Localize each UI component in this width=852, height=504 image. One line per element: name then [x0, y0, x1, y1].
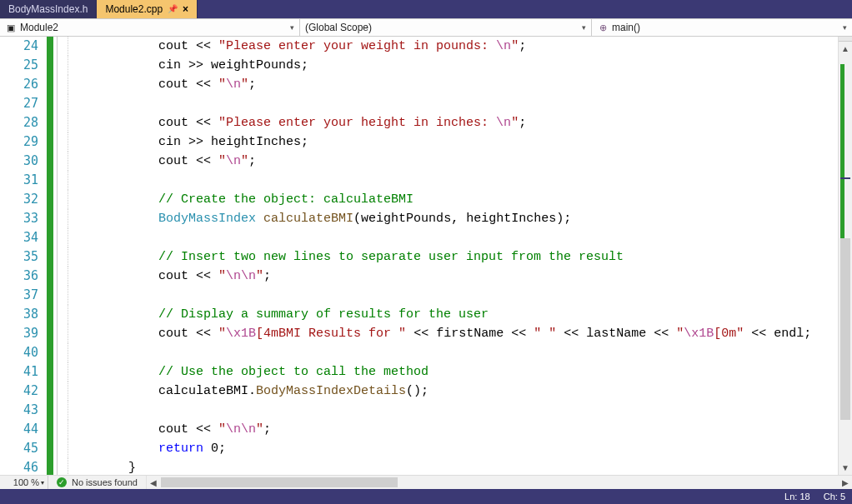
code-line[interactable]: 29 cin >> heightInches; [0, 132, 838, 152]
code-line[interactable]: 40 [0, 343, 838, 362]
scroll-down-arrow[interactable]: ▼ [839, 461, 852, 475]
code-text[interactable]: cin >> weightPounds; [68, 56, 838, 75]
scope-dropdown[interactable]: (Global Scope) ▾ [300, 19, 592, 36]
outline-gutter[interactable] [53, 439, 68, 458]
outline-gutter[interactable] [53, 362, 68, 382]
line-number: 36 [0, 267, 47, 286]
change-indicator [47, 286, 53, 305]
code-line[interactable]: 41 // Use the object to call the method [0, 362, 838, 382]
outline-gutter[interactable] [53, 267, 68, 286]
change-indicator [47, 228, 53, 247]
code-line[interactable]: 45 return 0; [0, 439, 838, 458]
line-number: 32 [0, 190, 47, 209]
code-text[interactable] [68, 94, 838, 113]
tab-bodymassindex-h[interactable]: BodyMassIndex.h [0, 0, 97, 18]
scroll-up-arrow[interactable]: ▲ [839, 42, 852, 56]
code-line[interactable]: 36 cout << "\n\n"; [0, 267, 838, 286]
code-line[interactable]: 24 cout << "Please enter your weight in … [0, 37, 838, 56]
code-line[interactable]: 34 [0, 228, 838, 247]
code-line[interactable]: 28 cout << "Please enter your height in … [0, 113, 838, 132]
code-line[interactable]: 39 cout << "\x1B[4mBMI Results for " << … [0, 324, 838, 343]
code-text[interactable]: cout << "\n"; [68, 152, 838, 171]
code-line[interactable]: 35 // Insert two new lines to separate u… [0, 247, 838, 267]
code-text[interactable] [68, 286, 838, 305]
code-text[interactable] [68, 343, 838, 362]
outline-gutter[interactable] [53, 228, 68, 247]
editor-footer: 100 % ▾ ✓ No issues found ◀ ▶ [0, 475, 852, 489]
code-line[interactable]: 30 cout << "\n"; [0, 152, 838, 171]
outline-gutter[interactable] [53, 401, 68, 420]
code-text[interactable] [68, 401, 838, 420]
code-text[interactable]: cout << "\n\n"; [68, 267, 838, 286]
outline-gutter[interactable] [53, 152, 68, 171]
outline-gutter[interactable] [53, 420, 68, 439]
scroll-right-arrow[interactable]: ▶ [838, 476, 852, 489]
change-indicator [47, 152, 53, 171]
code-line[interactable]: 42 calculateBMI.BodyMassIndexDetails(); [0, 382, 838, 401]
code-text[interactable]: // Use the object to call the method [68, 362, 838, 382]
vertical-scrollbar[interactable]: ▲ ▼ [838, 37, 852, 475]
scroll-track[interactable] [161, 476, 838, 489]
outline-gutter[interactable] [53, 94, 68, 113]
tab-label: BodyMassIndex.h [8, 3, 88, 15]
code-text[interactable]: cout << "\x1B[4mBMI Results for " << fir… [68, 324, 838, 343]
outline-gutter[interactable] [53, 113, 68, 132]
code-text[interactable]: cout << "\n\n"; [68, 420, 838, 439]
code-text[interactable]: cout << "\n"; [68, 75, 838, 94]
outline-gutter[interactable] [53, 305, 68, 324]
outline-gutter[interactable] [53, 171, 68, 190]
outline-gutter[interactable] [53, 132, 68, 152]
scroll-track[interactable] [839, 56, 852, 461]
outline-gutter[interactable] [53, 286, 68, 305]
horizontal-scrollbar[interactable]: ◀ ▶ [147, 476, 852, 489]
outline-gutter[interactable] [53, 382, 68, 401]
code-text[interactable]: // Create the object: calculateBMI [68, 190, 838, 209]
project-icon: ▣ [5, 22, 17, 33]
zoom-dropdown[interactable]: 100 % ▾ [0, 476, 48, 489]
code-line[interactable]: 27 [0, 94, 838, 113]
outline-gutter[interactable] [53, 75, 68, 94]
code-line[interactable]: 31 [0, 171, 838, 190]
code-text[interactable] [68, 228, 838, 247]
outline-gutter[interactable] [53, 37, 68, 56]
code-text[interactable]: cout << "Please enter your height in inc… [68, 113, 838, 132]
scroll-thumb[interactable] [840, 238, 850, 421]
code-line[interactable]: 33 BodyMassIndex calculateBMI(weightPoun… [0, 209, 838, 228]
issues-indicator[interactable]: ✓ No issues found [48, 476, 147, 489]
line-number: 41 [0, 362, 47, 382]
outline-gutter[interactable] [53, 247, 68, 267]
code-line[interactable]: 32 // Create the object: calculateBMI [0, 190, 838, 209]
code-line[interactable]: 43 [0, 401, 838, 420]
outline-gutter[interactable] [53, 209, 68, 228]
code-editor[interactable]: 24 cout << "Please enter your weight in … [0, 37, 852, 489]
scroll-left-arrow[interactable]: ◀ [147, 476, 161, 489]
close-icon[interactable]: × [183, 3, 188, 15]
outline-gutter[interactable] [53, 324, 68, 343]
change-indicator [47, 132, 53, 152]
change-indicator [47, 382, 53, 401]
outline-gutter[interactable] [53, 190, 68, 209]
pin-icon[interactable]: 📌 [168, 5, 178, 13]
outline-gutter[interactable] [53, 343, 68, 362]
code-line[interactable]: 38 // Display a summary of results for t… [0, 305, 838, 324]
code-text[interactable] [68, 171, 838, 190]
line-number: 28 [0, 113, 47, 132]
outline-gutter[interactable] [53, 56, 68, 75]
scroll-thumb[interactable] [161, 477, 398, 487]
code-text[interactable]: return 0; [68, 439, 838, 458]
code-text[interactable]: BodyMassIndex calculateBMI(weightPounds,… [68, 209, 838, 228]
code-line[interactable]: 25 cin >> weightPounds; [0, 56, 838, 75]
code-line[interactable]: 26 cout << "\n"; [0, 75, 838, 94]
code-text[interactable]: cin >> heightInches; [68, 132, 838, 152]
change-indicator [47, 113, 53, 132]
code-text[interactable]: // Insert two new lines to separate user… [68, 247, 838, 267]
code-text[interactable]: cout << "Please enter your weight in pou… [68, 37, 838, 56]
code-line[interactable]: 44 cout << "\n\n"; [0, 420, 838, 439]
line-number: 25 [0, 56, 47, 75]
project-dropdown[interactable]: ▣ Module2 ▾ [0, 19, 300, 36]
code-line[interactable]: 37 [0, 286, 838, 305]
code-text[interactable]: calculateBMI.BodyMassIndexDetails(); [68, 382, 838, 401]
code-text[interactable]: // Display a summary of results for the … [68, 305, 838, 324]
member-dropdown[interactable]: ⊕ main() ▾ [592, 19, 852, 36]
tab-module2-cpp[interactable]: Module2.cpp 📌 × [97, 0, 198, 18]
